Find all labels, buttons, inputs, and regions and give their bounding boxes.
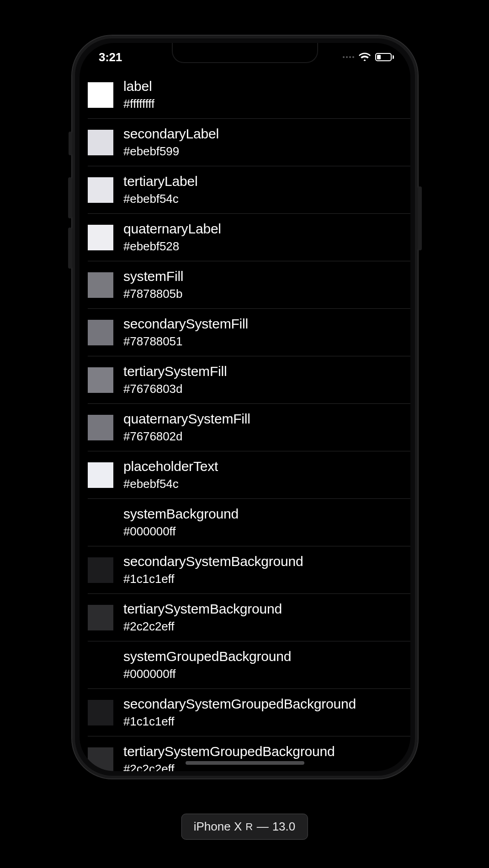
- color-swatch: [88, 367, 113, 393]
- list-item[interactable]: systemBackground#000000ff: [88, 499, 410, 546]
- row-text: placeholderText#ebebf54c: [123, 459, 218, 491]
- list-item[interactable]: placeholderText#ebebf54c: [88, 451, 410, 499]
- color-name: quaternaryLabel: [123, 221, 221, 237]
- color-hex: #ebebf599: [123, 144, 219, 159]
- color-hex: #000000ff: [123, 524, 239, 539]
- list-item[interactable]: tertiarySystemGroupedBackground#2c2c2eff: [88, 736, 410, 771]
- row-text: quaternaryLabel#ebebf528: [123, 221, 221, 254]
- row-text: systemBackground#000000ff: [123, 506, 239, 539]
- battery-icon: [375, 53, 394, 61]
- color-name: tertiarySystemGroupedBackground: [123, 744, 335, 759]
- color-hex: #000000ff: [123, 667, 291, 681]
- list-item[interactable]: secondarySystemGroupedBackground#1c1c1ef…: [88, 689, 410, 736]
- device-frame: 3:21 label#ff: [71, 35, 419, 779]
- color-name: placeholderText: [123, 459, 218, 474]
- list-item[interactable]: quaternarySystemFill#7676802d: [88, 404, 410, 451]
- color-hex: #ebebf528: [123, 239, 221, 254]
- color-swatch: [88, 605, 113, 630]
- color-name: label: [123, 79, 154, 94]
- status-time: 3:21: [99, 50, 122, 64]
- color-name: secondarySystemFill: [123, 316, 248, 332]
- color-swatch: [88, 82, 113, 108]
- row-text: label#ffffffff: [123, 79, 154, 111]
- list-item[interactable]: quaternaryLabel#ebebf528: [88, 214, 410, 261]
- mute-switch: [69, 132, 72, 155]
- color-hex: #78788051: [123, 334, 248, 349]
- home-indicator: [186, 761, 304, 765]
- color-name: systemBackground: [123, 506, 239, 522]
- color-name: systemGroupedBackground: [123, 649, 291, 664]
- color-name: tertiaryLabel: [123, 174, 198, 189]
- list-item[interactable]: systemFill#7878805b: [88, 261, 410, 309]
- volume-down-button: [68, 228, 72, 269]
- row-text: secondarySystemGroupedBackground#1c1c1ef…: [123, 696, 356, 729]
- row-text: quaternarySystemFill#7676802d: [123, 411, 250, 444]
- row-text: secondaryLabel#ebebf599: [123, 126, 219, 159]
- color-name: secondarySystemGroupedBackground: [123, 696, 356, 712]
- wifi-icon: [359, 53, 371, 62]
- color-swatch: [88, 652, 113, 678]
- caption-sep: —: [257, 820, 269, 834]
- row-text: tertiarySystemFill#7676803d: [123, 364, 227, 396]
- color-hex: #7878805b: [123, 287, 183, 301]
- row-text: systemGroupedBackground#000000ff: [123, 649, 291, 681]
- row-text: secondarySystemBackground#1c1c1eff: [123, 554, 303, 586]
- list-item[interactable]: tertiarySystemFill#7676803d: [88, 356, 410, 404]
- color-hex: #7676803d: [123, 382, 227, 396]
- color-swatch: [88, 320, 113, 345]
- row-text: secondarySystemFill#78788051: [123, 316, 248, 349]
- color-hex: #ffffffff: [123, 97, 154, 111]
- color-swatch: [88, 225, 113, 250]
- list-item[interactable]: tertiaryLabel#ebebf54c: [88, 166, 410, 214]
- list-item[interactable]: secondarySystemFill#78788051: [88, 309, 410, 356]
- color-swatch: [88, 462, 113, 488]
- color-swatch: [88, 130, 113, 155]
- color-name: quaternarySystemFill: [123, 411, 250, 427]
- color-name: systemFill: [123, 269, 183, 284]
- list-item[interactable]: secondaryLabel#ebebf599: [88, 119, 410, 166]
- color-list[interactable]: label#ffffffffsecondaryLabel#ebebf599ter…: [80, 71, 410, 771]
- device-notch: [172, 43, 318, 63]
- volume-up-button: [68, 177, 72, 218]
- row-text: tertiarySystemGroupedBackground#2c2c2eff: [123, 744, 335, 771]
- color-name: tertiarySystemBackground: [123, 601, 282, 617]
- color-swatch: [88, 272, 113, 298]
- list-item[interactable]: systemGroupedBackground#000000ff: [88, 641, 410, 689]
- list-item[interactable]: tertiarySystemBackground#2c2c2eff: [88, 594, 410, 641]
- power-button: [418, 186, 422, 250]
- carrier-dots-icon: [343, 56, 354, 58]
- color-swatch: [88, 510, 113, 535]
- color-hex: #1c1c1eff: [123, 715, 356, 729]
- row-text: systemFill#7878805b: [123, 269, 183, 301]
- color-hex: #1c1c1eff: [123, 572, 303, 586]
- list-item[interactable]: secondarySystemBackground#1c1c1eff: [88, 546, 410, 594]
- color-hex: #ebebf54c: [123, 477, 218, 491]
- color-swatch: [88, 747, 113, 772]
- color-swatch: [88, 415, 113, 440]
- color-name: tertiarySystemFill: [123, 364, 227, 379]
- color-hex: #7676802d: [123, 429, 250, 444]
- device-screen: 3:21 label#ff: [80, 43, 410, 771]
- device-caption: iPhone XR — 13.0: [181, 814, 308, 840]
- color-swatch: [88, 177, 113, 203]
- row-text: tertiaryLabel#ebebf54c: [123, 174, 198, 206]
- caption-device-main: iPhone X: [194, 820, 242, 834]
- color-name: secondaryLabel: [123, 126, 219, 142]
- screen-content[interactable]: label#ffffffffsecondaryLabel#ebebf599ter…: [80, 71, 410, 771]
- color-name: secondarySystemBackground: [123, 554, 303, 569]
- color-swatch: [88, 557, 113, 583]
- status-right: [343, 53, 394, 62]
- color-swatch: [88, 700, 113, 725]
- caption-device-suffix: R: [245, 821, 253, 833]
- color-hex: #ebebf54c: [123, 192, 198, 206]
- color-hex: #2c2c2eff: [123, 619, 282, 634]
- list-item[interactable]: label#ffffffff: [88, 71, 410, 119]
- row-text: tertiarySystemBackground#2c2c2eff: [123, 601, 282, 634]
- caption-os: 13.0: [272, 820, 296, 834]
